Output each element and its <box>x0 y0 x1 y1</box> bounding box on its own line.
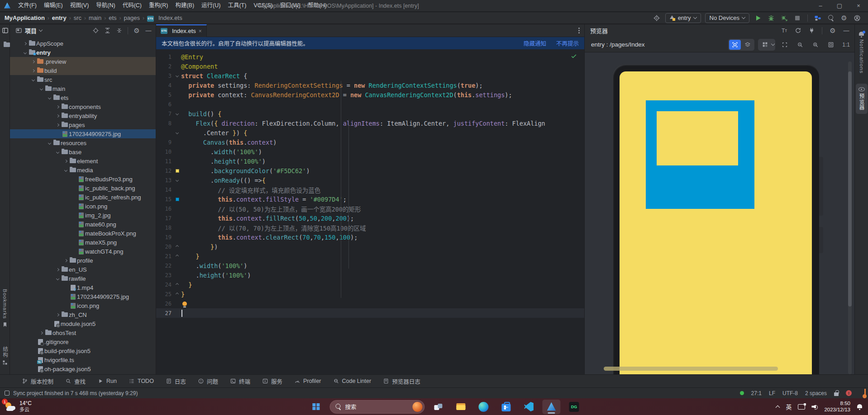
collapse-all-icon[interactable] <box>114 26 124 35</box>
locate-file-icon[interactable] <box>91 26 100 35</box>
tree-chevron-icon[interactable] <box>38 88 44 90</box>
dismiss-notification-link[interactable]: 不再提示 <box>556 39 579 47</box>
hide-notification-link[interactable]: 隐藏通知 <box>524 39 546 47</box>
grid-selector[interactable] <box>758 39 775 51</box>
code-editor[interactable]: 1@Entry2@Component3struct ClearRect {4 p… <box>156 49 584 374</box>
tree-chevron-icon[interactable] <box>54 278 61 280</box>
tree-chevron-icon[interactable] <box>62 169 69 171</box>
menu-item[interactable]: 编辑(E) <box>40 0 67 11</box>
network-icon[interactable] <box>798 404 805 410</box>
tree-item-en_US[interactable]: en_US <box>10 265 156 274</box>
menu-item[interactable]: 导航(N) <box>92 0 119 11</box>
frame-icon[interactable] <box>779 40 791 50</box>
tree-item-module.json5[interactable]: module.json5 <box>10 319 156 328</box>
tree-chevron-icon[interactable] <box>22 52 28 54</box>
tree-chevron-icon[interactable] <box>54 115 61 117</box>
tree-chevron-icon[interactable] <box>30 70 36 72</box>
settings-icon[interactable]: ⚙ <box>828 26 837 35</box>
tree-item-freeBudsPro3.png[interactable]: freeBudsPro3.png <box>10 174 156 184</box>
breadcrumb-item[interactable]: ets <box>109 14 116 21</box>
device-locate-icon[interactable] <box>652 14 661 23</box>
tree-item-build[interactable]: build <box>10 66 156 75</box>
stop-icon[interactable] <box>793 14 802 23</box>
font-size-icon[interactable]: Tт <box>780 26 789 35</box>
minimize-button[interactable]: – <box>811 0 830 11</box>
tool-window-prevlog[interactable]: 预览器日志 <box>383 377 420 386</box>
tool-window-services[interactable]: 服务 <box>262 377 282 386</box>
color-swatch-blue[interactable] <box>176 198 179 201</box>
menu-item[interactable]: 工具(T) <box>224 0 250 11</box>
intention-bulb-icon[interactable] <box>182 302 187 306</box>
tree-chevron-icon[interactable] <box>46 97 52 99</box>
store-button[interactable] <box>497 400 515 414</box>
lock-icon[interactable] <box>834 392 839 396</box>
caret-position[interactable]: 27:1 <box>751 390 762 396</box>
deveco-studio-button[interactable] <box>542 400 560 414</box>
tree-item-ic_public_refresh.png[interactable]: ic_public_refresh.png <box>10 193 156 202</box>
project-tool-button[interactable] <box>0 27 10 34</box>
tree-item-resources[interactable]: resources <box>10 138 156 147</box>
close-tab-icon[interactable]: × <box>199 28 202 34</box>
fold-marker-icon[interactable] <box>176 292 179 296</box>
menu-item[interactable]: 代码(C) <box>119 0 145 11</box>
breadcrumb-item[interactable]: main <box>89 14 101 21</box>
gear-icon[interactable]: ⚙ <box>132 26 141 35</box>
edge-button[interactable] <box>474 400 492 414</box>
fold-marker-icon[interactable] <box>176 245 179 248</box>
tool-window-branch[interactable]: 版本控制 <box>22 377 53 386</box>
breadcrumb-item[interactable]: MyApplication <box>5 14 45 21</box>
clock-widget[interactable]: 8:50 2023/12/13 <box>824 401 850 413</box>
bookmarks-tool-button[interactable]: Bookmarks <box>0 289 10 328</box>
plug-icon[interactable] <box>807 26 816 35</box>
inspect-icon[interactable] <box>729 40 741 50</box>
refresh-icon[interactable] <box>793 26 802 35</box>
ime-indicator[interactable]: 英 <box>786 402 792 411</box>
project-panel-title[interactable]: 项目 <box>25 26 37 35</box>
expand-all-icon[interactable] <box>103 26 112 35</box>
tree-chevron-icon[interactable] <box>38 332 44 334</box>
tree-item-entryability[interactable]: entryability <box>10 111 156 120</box>
file-explorer-button[interactable] <box>452 400 470 414</box>
tree-item-icon.png[interactable]: icon.png <box>10 202 156 211</box>
tree-item-img_2.jpg[interactable]: img_2.jpg <box>10 211 156 220</box>
menu-item[interactable]: 文件(F) <box>14 0 40 11</box>
fold-marker-icon[interactable] <box>176 179 179 182</box>
tool-window-todo[interactable]: TODO <box>129 378 154 384</box>
tree-chevron-icon[interactable] <box>54 151 61 153</box>
breadcrumb-item[interactable]: src <box>74 14 81 21</box>
tree-item-mateBookProX.png[interactable]: mateBookProX.png <box>10 229 156 238</box>
zoom-ratio-label[interactable]: 1:1 <box>842 42 850 48</box>
tree-chevron-icon[interactable] <box>30 79 36 81</box>
speaker-icon[interactable] <box>811 404 818 410</box>
tree-item-src[interactable]: src <box>10 75 156 84</box>
tree-item-mate60.png[interactable]: mate60.png <box>10 220 156 229</box>
tab-index-ets[interactable]: ETS Index.ets × <box>156 24 207 37</box>
device-screen[interactable] <box>620 71 812 374</box>
start-button[interactable] <box>307 400 325 414</box>
tool-window-profiler[interactable]: Profiler <box>294 378 321 384</box>
tree-item-1702344909275.jpg[interactable]: 1702344909275.jpg <box>10 292 156 301</box>
minimize-panel-icon[interactable]: — <box>144 26 153 35</box>
fold-marker-icon[interactable] <box>176 131 179 134</box>
tool-window-search[interactable]: 查找 <box>65 377 86 386</box>
taskbar-search[interactable]: 搜索 <box>329 400 424 414</box>
tray-expand-icon[interactable] <box>776 405 780 410</box>
tree-chevron-icon[interactable] <box>54 106 61 108</box>
tool-window-terminal[interactable]: 终端 <box>230 377 250 386</box>
tree-item-oh-package.json5[interactable]: oh-package.json5 <box>10 364 156 373</box>
tree-item-1702344909275.jpg[interactable]: 1702344909275.jpg <box>10 129 156 138</box>
task-view-button[interactable] <box>429 400 447 414</box>
tree-chevron-icon[interactable] <box>22 42 28 45</box>
tree-item-ic_public_back.png[interactable]: ic_public_back.png <box>10 184 156 193</box>
tree-chevron-icon[interactable] <box>54 314 61 316</box>
line-ending[interactable]: LF <box>769 390 775 396</box>
tree-item-ets[interactable]: ets <box>10 93 156 102</box>
tree-chevron-icon[interactable] <box>46 142 52 144</box>
fold-marker-icon[interactable] <box>176 283 179 286</box>
tree-item-.gitignore[interactable]: .gitignore <box>10 337 156 346</box>
menu-item[interactable]: 构建(B) <box>172 0 198 11</box>
previewer-hscrollbar[interactable] <box>604 367 778 371</box>
fold-marker-icon[interactable] <box>176 112 179 115</box>
tree-chevron-icon[interactable] <box>62 259 69 262</box>
previewer-vscrollbar[interactable] <box>848 61 852 374</box>
